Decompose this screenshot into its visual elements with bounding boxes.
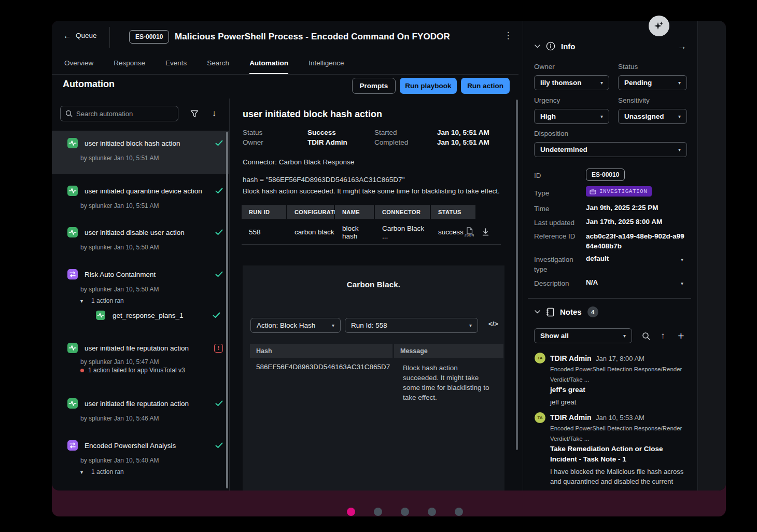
download-result-icon[interactable]: [482, 228, 489, 236]
success-check-icon: [215, 188, 223, 194]
notebook-icon: [546, 307, 554, 317]
status-value: Pending: [624, 79, 652, 87]
action-icon: [96, 311, 105, 320]
action-select[interactable]: Action: Block Hash ▾: [250, 318, 341, 333]
description-label: Description: [534, 278, 584, 288]
urgency-select[interactable]: High ▾: [534, 109, 609, 124]
back-label: Queue: [76, 32, 97, 39]
json-file-icon[interactable]: JSON: [462, 227, 476, 237]
notes-heading: Notes: [560, 307, 582, 316]
note-context: Encoded PowerShell Detection Response/Re…: [550, 423, 691, 444]
sub-item-title: get_response_plans_1: [113, 312, 205, 319]
investigation-type-chip: INVESTIGATION: [586, 186, 652, 197]
hash-line: hash = "586EF56F4D8963DD546163AC31C865D7…: [243, 176, 404, 184]
carousel-dot-1[interactable]: [347, 508, 355, 516]
note-time: Jan 17, 8:00 AM: [596, 355, 644, 362]
sparkle-icon: [653, 20, 665, 32]
run-action-button[interactable]: Run action: [461, 78, 510, 94]
note-body: jeff great: [550, 397, 693, 407]
tab-search[interactable]: Search: [207, 54, 229, 74]
reference-id-label: Reference ID: [534, 231, 584, 241]
download-list-icon[interactable]: ↓: [208, 108, 220, 119]
success-check-icon: [215, 229, 223, 235]
error-dot-icon: [80, 369, 84, 372]
carousel-dot-4[interactable]: [428, 508, 436, 516]
disposition-select[interactable]: Undetermined ▾: [534, 142, 687, 157]
disposition-value: Undetermined: [540, 146, 587, 153]
list-item-block-hash[interactable]: user initiated block hash action by splu…: [52, 131, 230, 174]
id-label: ID: [534, 171, 584, 180]
main-scrollbar[interactable]: [516, 100, 518, 450]
collapse-panel-arrow-icon[interactable]: →: [678, 41, 686, 52]
kebab-menu-icon[interactable]: ⋮: [503, 30, 513, 41]
caret-down-icon[interactable]: ▾: [681, 233, 683, 239]
caret-down-icon: ▾: [469, 323, 472, 328]
tab-intelligence[interactable]: Intelligence: [309, 54, 344, 74]
ai-assistant-button[interactable]: [649, 16, 669, 36]
item-title: Risk Auto Containment: [85, 271, 208, 278]
type-label: Type: [534, 188, 584, 198]
carousel-dot-5[interactable]: [455, 508, 463, 516]
sensitivity-select[interactable]: Unassigned ▾: [618, 109, 687, 124]
tab-events[interactable]: Events: [165, 54, 187, 74]
tabs-underline-divider: [52, 74, 518, 75]
carousel-dot-3[interactable]: [401, 508, 409, 516]
results-table-row[interactable]: 558 carbon black block hash Carbon Black…: [242, 220, 501, 245]
add-note-icon[interactable]: +: [674, 328, 689, 343]
search-automation-box[interactable]: [60, 106, 178, 121]
item-meta: by splunker Jan 10, 5:40 AM: [80, 457, 159, 464]
chevron-down-icon: [535, 310, 540, 314]
owner-select[interactable]: lily thomson ▾: [534, 75, 609, 90]
back-to-queue-button[interactable]: ← Queue: [63, 31, 97, 40]
code-view-icon[interactable]: </>: [488, 320, 498, 328]
notes-filter-select[interactable]: Show all ▾: [534, 328, 632, 343]
carbon-black-widget: Carbon Black. Action: Block Hash ▾ Run I…: [243, 265, 504, 491]
page-background: ← Queue ES-00010 Malicious PowerShell Pr…: [0, 0, 757, 532]
sort-notes-icon[interactable]: ↑: [655, 328, 670, 343]
search-automation-input[interactable]: [76, 110, 170, 118]
success-check-icon: [215, 140, 223, 146]
incident-id-badge: ES-00010: [129, 30, 169, 44]
status-select[interactable]: Pending ▾: [618, 75, 687, 90]
caret-down-icon[interactable]: ▾: [681, 281, 683, 286]
tab-automation[interactable]: Automation: [249, 54, 288, 74]
caret-down-icon: ▾: [80, 298, 83, 304]
cell-name: block hash: [335, 225, 375, 240]
actions-expander[interactable]: ▾ 1 action ran: [80, 468, 124, 475]
sidebar-scrollbar[interactable]: [226, 132, 228, 488]
col-status: STATUS: [431, 205, 475, 219]
owner-value: TDIR Admin: [307, 138, 347, 146]
actions-expander[interactable]: ▾ 1 action ran: [80, 297, 124, 304]
notes-section-header[interactable]: Notes 4: [535, 306, 598, 317]
prompts-button[interactable]: Prompts: [352, 78, 396, 94]
action-icon: [67, 398, 78, 409]
tab-overview[interactable]: Overview: [64, 54, 93, 74]
info-section-header[interactable]: Info: [535, 41, 576, 51]
filter-icon[interactable]: [189, 108, 200, 119]
incident-title: Malicious PowerShell Process - Encoded C…: [175, 32, 450, 42]
sub-item-get-response-plans[interactable]: get_response_plans_1: [96, 311, 220, 320]
run-playbook-button[interactable]: Run playbook: [400, 78, 457, 94]
col-connector: CONNECTOR: [375, 205, 430, 219]
run-id-select-value: Run Id: 558: [351, 321, 387, 329]
item-meta: by splunker Jan 10, 5:50 AM: [80, 286, 159, 293]
playbook-icon: [67, 269, 78, 279]
results-table-header: RUN ID CONFIGURATION NAME CONNECTOR STAT…: [242, 205, 475, 219]
caret-down-icon: ▾: [332, 323, 334, 328]
error-text: 1 action failed for app VirusTotal v3: [88, 367, 185, 374]
tab-response[interactable]: Response: [114, 54, 145, 74]
caret-down-icon[interactable]: ▾: [681, 257, 683, 262]
item-meta: by splunker Jan 10, 5:50 AM: [80, 244, 159, 251]
action-icon: [67, 138, 78, 148]
carousel-dot-2[interactable]: [374, 508, 382, 516]
completed-label: Completed: [374, 138, 408, 146]
cell-configuration: carbon black: [287, 228, 335, 236]
action-select-value: Action: Block Hash: [257, 321, 315, 329]
col-run-id: RUN ID: [242, 205, 286, 219]
success-check-icon: [213, 312, 220, 318]
search-notes-icon[interactable]: [638, 328, 653, 343]
right-rail: [697, 21, 726, 491]
item-title: user initiated file reputation action: [85, 344, 207, 352]
run-id-select[interactable]: Run Id: 558 ▾: [345, 318, 478, 333]
cell-status: success: [431, 228, 462, 236]
